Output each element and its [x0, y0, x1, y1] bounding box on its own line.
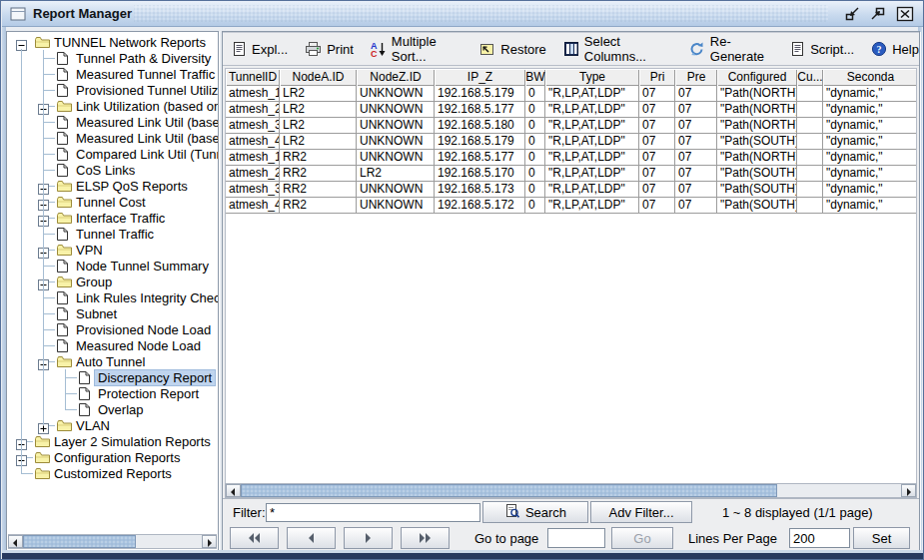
table-cell: atmesh_2: [226, 102, 280, 118]
tree-item-label: TUNNEL Network Reports: [51, 35, 209, 50]
toolbar-button-re-generate[interactable]: Re-Generate: [688, 34, 773, 64]
tree-item-elsp-qos-reports[interactable]: ELSP QoS Reports: [7, 178, 218, 194]
table-header-row: TunnelIDNodeA.IDNodeZ.IDIP_ZBWTypePriPre…: [226, 69, 916, 86]
scrollbar-thumb[interactable]: [241, 484, 777, 497]
column-header-tunnelid[interactable]: TunnelID: [226, 69, 280, 86]
tree-item-configuration-reports[interactable]: Configuration Reports: [7, 449, 218, 465]
tree-item-node-tunnel-summary[interactable]: Node Tunnel Summary: [7, 258, 218, 274]
tree-item-compared-link-util-tunn[interactable]: Compared Link Util (Tunn: [7, 146, 218, 162]
table-row[interactable]: atmesh_4RR2UNKNOWN192.168.5.1720"R,LP,AT…: [226, 198, 916, 214]
tree-item-layer-2-simulation-reports[interactable]: Layer 2 Simulation Reports: [7, 433, 218, 449]
scroll-right-icon[interactable]: [901, 484, 916, 497]
toolbar-button-print[interactable]: Print: [305, 41, 354, 57]
column-header-pre[interactable]: Pre: [675, 69, 717, 86]
adv-filter-button[interactable]: Adv Filter...: [590, 501, 692, 523]
column-header-nodea-id[interactable]: NodeA.ID: [280, 69, 357, 86]
tree-item-label: Provisioned Node Load: [73, 322, 214, 337]
filter-input[interactable]: [266, 503, 480, 522]
tree-connector-line: [65, 393, 77, 394]
tree-item-vlan[interactable]: VLAN: [7, 417, 218, 433]
tree-item-provisioned-tunnel-utiliza[interactable]: Provisioned Tunnel Utiliza: [7, 82, 218, 98]
scroll-left-icon[interactable]: [8, 535, 23, 548]
toolbar-button-multiple-sort[interactable]: ACMultiple Sort...: [371, 34, 462, 64]
close-icon[interactable]: [896, 6, 914, 22]
tree-guide-line: [65, 369, 66, 409]
toolbar-button-restore[interactable]: Restore: [478, 41, 546, 57]
tree-item-provisioned-node-load[interactable]: Provisioned Node Load: [7, 321, 218, 337]
tree-item-label: Auto Tunnel: [73, 354, 148, 369]
column-header-nodez-id[interactable]: NodeZ.ID: [357, 69, 435, 86]
tree-item-subnet[interactable]: Subnet: [7, 305, 218, 321]
tree-item-auto-tunnel[interactable]: Auto Tunnel: [7, 353, 218, 369]
go-button[interactable]: Go: [611, 527, 673, 549]
tree-item-vpn[interactable]: VPN: [7, 242, 218, 258]
table-cell: "dynamic,": [823, 150, 917, 166]
table-row[interactable]: atmesh_2RR2LR2192.168.5.1700"R,LP,AT,LDP…: [226, 166, 916, 182]
tree-item-group[interactable]: Group: [7, 274, 218, 289]
table-row[interactable]: atmesh_1RR2UNKNOWN192.168.5.1770"R,LP,AT…: [226, 150, 916, 166]
toolbar-button-script[interactable]: Script...: [790, 41, 854, 57]
tree-item-measured-link-util-based[interactable]: Measured Link Util (based: [7, 130, 218, 146]
column-header-seconda[interactable]: Seconda: [823, 69, 917, 86]
script-icon: [790, 41, 805, 57]
previous-page-button[interactable]: [287, 527, 336, 549]
title-bar[interactable]: Report Manager: [2, 1, 924, 27]
tree-item-overlap[interactable]: Overlap: [7, 401, 218, 417]
search-button[interactable]: Search: [482, 501, 588, 523]
table-horizontal-scrollbar[interactable]: [225, 483, 917, 498]
tree-item-label: Measured Link Util (based: [73, 115, 218, 130]
column-header-type[interactable]: Type: [545, 69, 639, 86]
table-cell: atmesh_4: [226, 198, 280, 214]
column-header-ip-z[interactable]: IP_Z: [435, 69, 525, 86]
toolbar-button-select-columns[interactable]: Select Columns...: [563, 34, 671, 64]
set-button[interactable]: Set: [853, 527, 910, 549]
tree-item-measured-tunnel-traffic[interactable]: Measured Tunnel Traffic: [7, 66, 218, 82]
maximize-icon[interactable]: [868, 6, 886, 22]
table-row[interactable]: atmesh_1LR2UNKNOWN192.168.5.1790"R,LP,AT…: [226, 86, 916, 102]
scrollbar-thumb[interactable]: [23, 535, 136, 548]
tree-item-label: Provisioned Tunnel Utiliza: [73, 83, 218, 98]
tree-item-tunnel-traffic[interactable]: Tunnel Traffic: [7, 226, 218, 242]
tree-item-measured-node-load[interactable]: Measured Node Load: [7, 337, 218, 353]
tree-item-measured-link-util-based[interactable]: Measured Link Util (based: [7, 114, 218, 130]
tree-item-tunnel-cost[interactable]: Tunnel Cost: [7, 194, 218, 210]
next-page-button[interactable]: [344, 527, 393, 549]
table-row[interactable]: atmesh_4LR2UNKNOWN192.168.5.1790"R,LP,AT…: [226, 134, 916, 150]
table-row[interactable]: atmesh_3RR2UNKNOWN192.168.5.1730"R,LP,AT…: [226, 182, 916, 198]
table-cell: [797, 134, 823, 150]
column-header-bw[interactable]: BW: [525, 69, 545, 86]
tree-item-label: Interface Traffic: [73, 211, 168, 226]
toolbar-button-help[interactable]: ?Help: [871, 41, 919, 57]
report-tree-panel: TUNNEL Network ReportsTunnel Path & Dive…: [6, 31, 219, 551]
column-header-pri[interactable]: Pri: [639, 69, 675, 86]
tree-item-tunnel-path-diversity[interactable]: Tunnel Path & Diversity: [7, 50, 218, 66]
tree-item-protection-report[interactable]: Protection Report: [7, 385, 218, 401]
tree-horizontal-scrollbar[interactable]: [8, 534, 217, 549]
tree-connector-line: [43, 266, 55, 267]
table-row[interactable]: atmesh_2LR2UNKNOWN192.168.5.1770"R,LP,AT…: [226, 102, 916, 118]
tree-item-cos-links[interactable]: CoS Links: [7, 162, 218, 178]
column-header-cu[interactable]: Cu...: [797, 69, 823, 86]
scroll-left-icon[interactable]: [226, 484, 241, 497]
last-page-button[interactable]: [401, 527, 450, 549]
tree-item-tunnel-network-reports[interactable]: TUNNEL Network Reports: [7, 34, 218, 50]
window-icon: [10, 7, 27, 25]
lines-per-page-input[interactable]: [789, 528, 850, 548]
tree-item-customized-reports[interactable]: Customized Reports: [7, 465, 218, 481]
column-header-configured[interactable]: Configured: [717, 69, 797, 86]
scroll-right-icon[interactable]: [202, 535, 217, 548]
first-page-button[interactable]: [230, 527, 279, 549]
table-cell: "dynamic,": [823, 198, 917, 214]
tree-item-interface-traffic[interactable]: Interface Traffic: [7, 210, 218, 226]
go-to-page-input[interactable]: [547, 528, 605, 548]
tree-item-link-rules-integrity-check[interactable]: Link Rules Integrity Check: [7, 289, 218, 305]
tree-item-discrepancy-report[interactable]: Discrepancy Report: [7, 369, 218, 385]
table-cell: UNKNOWN: [357, 118, 435, 134]
tree-item-link-utilization-based-on[interactable]: Link Utilization (based on: [7, 98, 218, 114]
table-cell: LR2: [280, 86, 357, 102]
toolbar-button-expl[interactable]: Expl...: [232, 41, 288, 57]
tree-connector-line: [43, 170, 55, 171]
iconify-icon[interactable]: [844, 6, 862, 22]
tree-item-label: VLAN: [73, 418, 113, 433]
table-row[interactable]: atmesh_3LR2UNKNOWN192.168.5.1800"R,LP,AT…: [226, 118, 916, 134]
